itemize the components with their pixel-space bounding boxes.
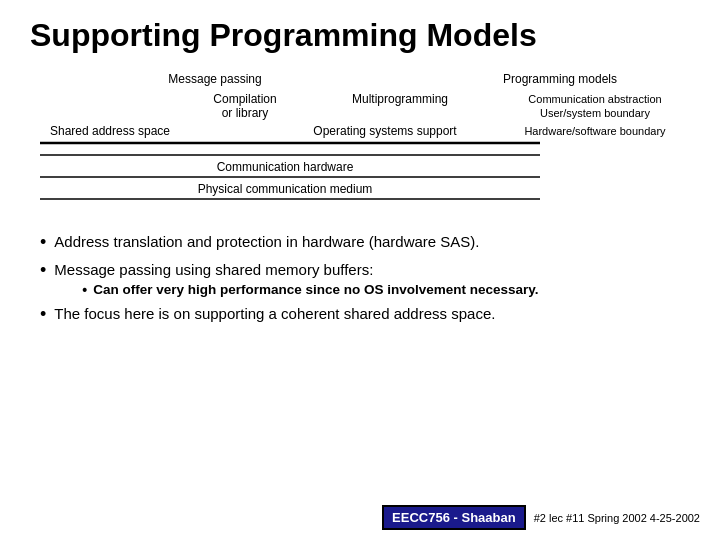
bullet-text-3: The focus here is on supporting a cohere… — [54, 304, 495, 324]
comm-abstraction-label: Communication abstraction — [528, 93, 661, 105]
programming-models-label: Programming models — [503, 72, 617, 86]
os-support-label: Operating systems support — [313, 124, 457, 138]
bullet-text-2: Message passing using shared memory buff… — [54, 261, 373, 278]
footer-bar: EECC756 - Shaaban #2 lec #11 Spring 2002… — [382, 505, 700, 530]
or-library-label: or library — [222, 106, 269, 120]
sub-bullet-dot-1: • — [82, 282, 87, 298]
multiprogramming-label: Multiprogramming — [352, 92, 448, 106]
sub-bullet-item-1: • Can offer very high performance since … — [82, 282, 538, 298]
bullet-item-3: • The focus here is on supporting a cohe… — [40, 304, 690, 326]
sub-bullet-section: • Can offer very high performance since … — [82, 282, 538, 298]
bullet-dot-2: • — [40, 260, 46, 282]
sub-bullet-text-1: Can offer very high performance since no… — [93, 282, 538, 297]
bullet-item-1: • Address translation and protection in … — [40, 232, 690, 254]
hw-sw-boundary-label: Hardware/software boundary — [524, 125, 666, 137]
footer-info: #2 lec #11 Spring 2002 4-25-2002 — [534, 512, 700, 524]
message-passing-label: Message passing — [168, 72, 261, 86]
bullet-dot-3: • — [40, 304, 46, 326]
bullet-section: • Address translation and protection in … — [30, 232, 690, 326]
user-system-boundary-label: User/system boundary — [540, 107, 651, 119]
shared-address-space-label: Shared address space — [50, 124, 170, 138]
physical-medium-label: Physical communication medium — [198, 182, 373, 196]
diagram-area: Message passing Programming models Compi… — [30, 67, 690, 222]
comm-hardware-label: Communication hardware — [217, 160, 354, 174]
footer-badge: EECC756 - Shaaban — [382, 505, 526, 530]
bullet-dot-1: • — [40, 232, 46, 254]
bullet-item-2: • Message passing using shared memory bu… — [40, 260, 690, 299]
slide: Supporting Programming Models Message pa… — [0, 0, 720, 540]
bullet-text-1: Address translation and protection in ha… — [54, 232, 479, 252]
compilation-label: Compilation — [213, 92, 276, 106]
slide-title: Supporting Programming Models — [30, 18, 690, 53]
